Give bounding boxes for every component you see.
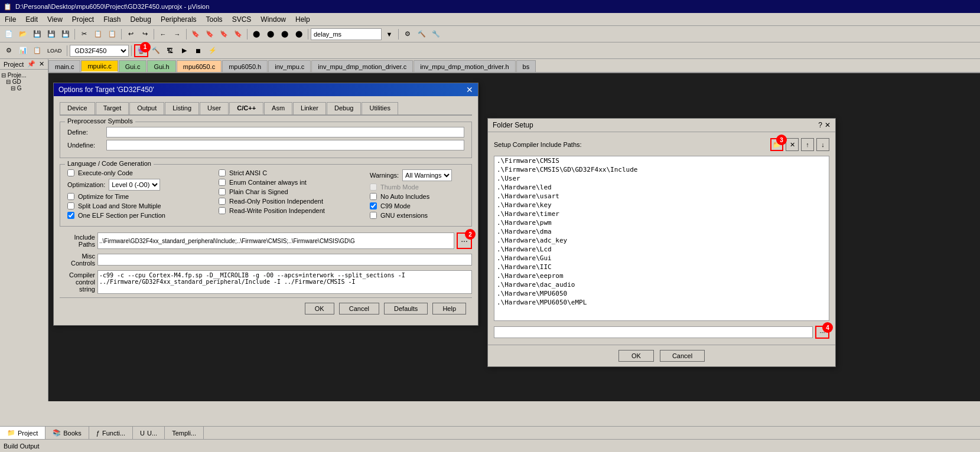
tab-mpu6050h[interactable]: mpu6050.h bbox=[222, 60, 268, 72]
tb-bookmark4[interactable]: 🔖 bbox=[232, 28, 245, 41]
dialog-close-button[interactable]: ✕ bbox=[466, 85, 473, 94]
tb2-build[interactable]: 🔨 bbox=[149, 44, 162, 57]
menu-debug[interactable]: Debug bbox=[126, 14, 156, 25]
tab-asm[interactable]: Asm bbox=[264, 102, 292, 114]
tb-forward[interactable]: → bbox=[171, 28, 184, 41]
folder-path-13[interactable]: .\Hardware\eeprom bbox=[494, 271, 829, 280]
rw-pos-checkbox[interactable] bbox=[219, 207, 226, 214]
tab-cc[interactable]: C/C++ bbox=[229, 102, 263, 114]
warnings-select[interactable]: All Warnings bbox=[402, 169, 452, 181]
panel-close-icon[interactable]: ✕ bbox=[39, 60, 44, 68]
tb-dropdown[interactable]: ▼ bbox=[383, 28, 396, 41]
folder-path-12[interactable]: .\Hardware\IIC bbox=[494, 263, 829, 271]
menu-window[interactable]: Window bbox=[256, 14, 291, 25]
folder-path-0[interactable]: .\Firmware\CMSIS bbox=[494, 156, 829, 165]
tb-saveas[interactable]: 💾 bbox=[59, 28, 72, 41]
ok-button[interactable]: OK bbox=[305, 303, 334, 315]
tab-device[interactable]: Device bbox=[60, 102, 95, 114]
folder-help-icon[interactable]: ? bbox=[818, 121, 822, 129]
tb2-flash[interactable]: ⚡ bbox=[206, 44, 219, 57]
tb-settings3[interactable]: 🔧 bbox=[429, 28, 442, 41]
tb2-stop[interactable]: ⏹ bbox=[192, 44, 205, 57]
tb-open[interactable]: 📂 bbox=[17, 28, 30, 41]
folder-path-7[interactable]: .\Hardware\pwm bbox=[494, 218, 829, 227]
optimization-select[interactable]: Level 0 (-O0) bbox=[109, 179, 160, 191]
tab-target[interactable]: Target bbox=[96, 102, 129, 114]
tab-invmpudmp[interactable]: inv_mpu_dmp_motion_driver.c bbox=[311, 60, 413, 72]
menu-edit[interactable]: Edit bbox=[21, 14, 43, 25]
define-input[interactable] bbox=[106, 127, 464, 137]
project-subitem[interactable]: ⊟ GD bbox=[1, 78, 47, 85]
tb-save-all[interactable]: 💾 bbox=[45, 28, 58, 41]
tb-paste[interactable]: 📋 bbox=[106, 28, 119, 41]
tb2-periph[interactable]: ⚙ bbox=[2, 44, 15, 57]
tb-comment[interactable]: ⬤ bbox=[278, 28, 291, 41]
menu-tools[interactable]: Tools bbox=[201, 14, 227, 25]
menu-peripherals[interactable]: Peripherals bbox=[156, 14, 201, 25]
function-search-input[interactable]: GD32F450 bbox=[311, 28, 382, 40]
defaults-button[interactable]: Defaults bbox=[384, 303, 428, 315]
one-elf-checkbox[interactable] bbox=[67, 212, 74, 219]
folder-delete-button[interactable]: ✕ bbox=[786, 138, 799, 151]
tb-copy[interactable]: 📋 bbox=[92, 28, 105, 41]
split-load-checkbox[interactable] bbox=[67, 202, 74, 209]
folder-close-button[interactable]: ✕ bbox=[825, 121, 831, 129]
tab-user[interactable]: User bbox=[200, 102, 229, 114]
optimize-time-checkbox[interactable] bbox=[67, 193, 74, 200]
tab-invmpu[interactable]: inv_mpu.c bbox=[268, 60, 311, 72]
include-paths-input[interactable] bbox=[97, 232, 454, 249]
menu-view[interactable]: View bbox=[43, 14, 67, 25]
folder-new-button[interactable]: 📁 3 bbox=[770, 138, 783, 151]
tab-listing[interactable]: Listing bbox=[165, 102, 199, 114]
menu-svcs[interactable]: SVCS bbox=[227, 14, 256, 25]
tb-bookmark2[interactable]: 🔖 bbox=[203, 28, 216, 41]
tab-guic[interactable]: Gui.c bbox=[119, 60, 147, 72]
folder-path-2[interactable]: .\User bbox=[494, 174, 829, 183]
tb-bookmark[interactable]: 🔖 bbox=[189, 28, 202, 41]
folder-path-11[interactable]: .\Hardware\Gui bbox=[494, 254, 829, 263]
gnu-checkbox[interactable] bbox=[370, 212, 377, 219]
folder-path-9[interactable]: .\Hardware\adc_key bbox=[494, 236, 829, 245]
tb-new[interactable]: 📄 bbox=[2, 28, 15, 41]
tab-invmpudmph[interactable]: inv_mpu_dmp_motion_driver.h bbox=[414, 60, 515, 72]
tb-settings2[interactable]: 🔨 bbox=[415, 28, 428, 41]
tb2-magic-wand[interactable]: 🔮 1 bbox=[134, 44, 148, 57]
tb-back[interactable]: ← bbox=[157, 28, 170, 41]
tab-mpu6050c[interactable]: mpu6050.c bbox=[177, 60, 222, 72]
thumb-mode-checkbox[interactable] bbox=[370, 184, 377, 191]
folder-path-1[interactable]: .\Firmware\CMSIS\GD\GD32F4xx\Include bbox=[494, 165, 829, 174]
target-select[interactable]: GD32F450 bbox=[70, 45, 129, 57]
project-tree[interactable]: ⊟ Proje... ⊟ GD ⊟ G bbox=[0, 70, 48, 94]
help-button[interactable]: Help bbox=[432, 303, 466, 315]
folder-path-16[interactable]: .\Hardware\MPU6050\eMPL bbox=[494, 298, 829, 307]
menu-file[interactable]: File bbox=[0, 14, 21, 25]
tb-undo[interactable]: ↩ bbox=[124, 28, 137, 41]
folder-up-button[interactable]: ↑ bbox=[801, 138, 814, 151]
c99-checkbox[interactable] bbox=[370, 202, 377, 209]
tb-indent[interactable]: ⬤ bbox=[250, 28, 263, 41]
folder-path-5[interactable]: .\Hardware\key bbox=[494, 201, 829, 209]
undefine-input[interactable] bbox=[106, 140, 464, 150]
tb-save[interactable]: 💾 bbox=[31, 28, 44, 41]
tab-mpuiic[interactable]: mpuiic.c bbox=[81, 60, 118, 72]
strict-ansi-checkbox[interactable] bbox=[219, 169, 226, 176]
tb2-build2[interactable]: 🏗 bbox=[164, 44, 177, 57]
tab-output[interactable]: Output bbox=[129, 102, 164, 114]
tab-debug[interactable]: Debug bbox=[327, 102, 361, 114]
folder-path-6[interactable]: .\Hardware\timer bbox=[494, 209, 829, 218]
tb-uncomment[interactable]: ⬤ bbox=[292, 28, 305, 41]
tab-bs[interactable]: bs bbox=[516, 60, 536, 72]
cancel-button[interactable]: Cancel bbox=[339, 303, 379, 315]
tab-guih[interactable]: Gui.h bbox=[147, 60, 175, 72]
execute-only-checkbox[interactable] bbox=[67, 169, 74, 176]
folder-path-4[interactable]: .\Hardware\usart bbox=[494, 192, 829, 201]
tb-settings1[interactable]: ⚙ bbox=[401, 28, 414, 41]
no-auto-checkbox[interactable] bbox=[370, 193, 377, 200]
folder-ok-button[interactable]: OK bbox=[618, 350, 654, 362]
menu-flash[interactable]: Flash bbox=[99, 14, 125, 25]
tb-redo[interactable]: ↪ bbox=[138, 28, 151, 41]
tb2-run[interactable]: ▶ bbox=[178, 44, 191, 57]
tb2-rtx[interactable]: 📊 bbox=[17, 44, 30, 57]
compiler-control-textarea[interactable]: -c99 -c --cpu Cortex-M4.fp.sp -D__MICROL… bbox=[97, 270, 472, 294]
folder-path-14[interactable]: .\Hardware\dac_audio bbox=[494, 280, 829, 289]
